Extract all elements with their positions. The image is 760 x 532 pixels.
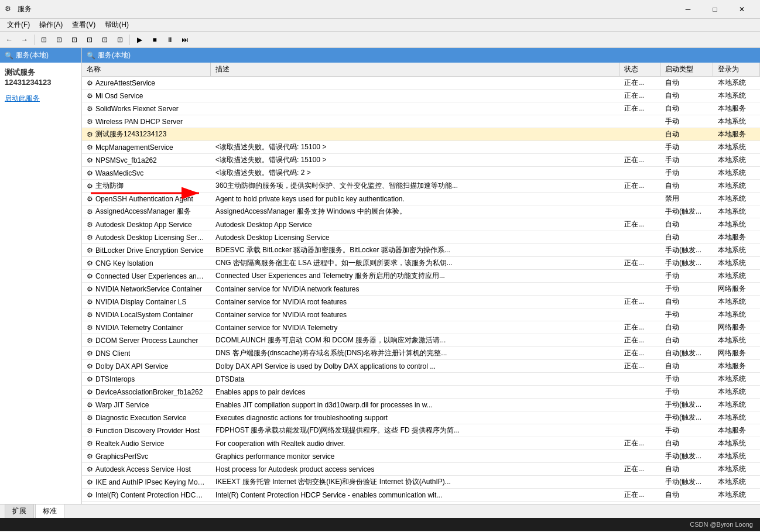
table-row[interactable]: ⚙Warp JIT ServiceEnables JIT compilation… [82,399,760,411]
cell-status: 正在... [619,257,660,269]
cell-name: ⚙Intel(R) Content Protection HDCP Se... [82,489,211,501]
cell-startup: 自动(触发... [660,347,713,359]
cell-login: 本地系统 [713,463,760,475]
table-row[interactable]: ⚙McpManagementService<读取描述失败。错误代码: 15100… [82,141,760,154]
help-button[interactable]: ⊡ [83,33,97,46]
table-row[interactable]: ⚙DTSInteropsDTSData手动本地系统 [82,373,760,386]
cell-name: ⚙Realtek Audio Service [82,437,211,449]
table-row[interactable]: ⚙DeviceAssociationBroker_fb1a262Enables … [82,386,760,399]
table-row[interactable]: ⚙NVIDIA Telemetry ContainerContainer ser… [82,321,760,334]
cell-login: 本地系统 [713,180,760,192]
cell-login: 本地系统 [713,502,760,504]
table-row[interactable]: ⚙Autodesk Access Service HostHost proces… [82,463,760,476]
cell-desc: AssignedAccessManager 服务支持 Windows 中的展台体… [211,205,619,218]
table-row[interactable]: ⚙Wireless PAN DHCP Server手动本地系统 [82,115,760,128]
cell-startup: 手动 [660,270,713,282]
cell-status: 正在... [619,489,660,501]
cell-status [619,244,660,256]
cell-name: ⚙测试服务12431234123 [82,128,211,140]
cell-name: ⚙Dolby DAX API Service [82,360,211,372]
table-row[interactable]: ⚙Mi Osd Service正在...自动本地系统 [82,90,760,102]
menu-view[interactable]: 查看(V) [67,19,100,31]
table-header: 名称 描述 状态 启动类型 登录为 [82,63,760,77]
maximize-button[interactable]: □ [701,0,728,19]
col-name[interactable]: 名称 [82,63,211,76]
table-row[interactable]: ⚙Dolby DAX API ServiceDolby DAX API Serv… [82,360,760,373]
cell-startup: 手动 [660,115,713,128]
cell-startup: 手动 [660,373,713,385]
tab-standard[interactable]: 标准 [35,504,64,518]
up-button[interactable]: ⊡ [37,33,51,46]
table-row[interactable]: ⚙Intel(R) Content Protection HDCP Se...I… [82,489,760,502]
table-row[interactable]: ⚙SolidWorks Flexnet Server正在...自动本地服务 [82,102,760,115]
cell-name: ⚙Autodesk Desktop Licensing Service [82,231,211,243]
table-row[interactable]: ⚙Diagnostic Execution ServiceExecutes di… [82,411,760,424]
cell-status [619,231,660,243]
export-button[interactable]: ⊡ [98,33,112,46]
cell-login: 本地系统 [713,270,760,282]
pause-button[interactable]: ⏸ [163,33,177,46]
table-row[interactable]: ⚙Connected User Experiences and T...Conn… [82,270,760,283]
restart-button[interactable]: ⏭ [178,33,192,46]
menu-file[interactable]: 文件(F) [2,19,35,31]
table-row[interactable]: ⚙DCOM Server Process LauncherDCOMLAUNCH … [82,334,760,347]
table-row[interactable]: ⚙Function Discovery Provider HostFDPHOST… [82,424,760,437]
table-row[interactable]: ⚙WaasMedicSvc<读取描述失败。错误代码: 2 >手动本地系统 [82,167,760,180]
cell-status [619,283,660,295]
col-startup[interactable]: 启动类型 [660,63,713,76]
table-row[interactable]: ⚙Realtek Audio ServiceFor cooperation wi… [82,437,760,450]
table-row[interactable]: ⚙Autodesk Desktop App ServiceAutodesk De… [82,218,760,231]
service-name: DTSInterops [95,375,135,383]
cell-status: 正在... [619,463,660,475]
left-panel-start-link[interactable]: 启动此服务 [5,94,77,104]
table-row[interactable]: ⚙NVIDIA LocalSystem ContainerContainer s… [82,308,760,321]
forward-button[interactable]: → [18,33,32,46]
show-hide-button[interactable]: ⊡ [52,33,66,46]
properties-button[interactable]: ⊡ [67,33,81,46]
table-row[interactable]: ⚙AzureAttestService正在...自动本地系统 [82,77,760,90]
cell-startup: 手动(触发... [660,411,713,424]
cell-startup: 自动 [660,489,713,501]
close-button[interactable]: ✕ [728,0,755,19]
table-row[interactable]: ⚙主动防御360主动防御的服务项，提供实时保护、文件变化监控、智能扫描加速等功能… [82,180,760,193]
cell-login: 本地服务 [713,360,760,372]
back-button[interactable]: ← [2,33,16,46]
service-name: Autodesk Desktop Licensing Service [95,234,206,242]
cell-desc: CNG 密钥隔离服务宿主在 LSA 进程中。如一般原则所要求，该服务为私钥... [211,257,619,269]
table-row[interactable]: ⚙NVIDIA Display Container LSContainer se… [82,296,760,308]
table-row[interactable]: ⚙OpenSSH Authentication AgentAgent to ho… [82,193,760,205]
cell-name: ⚙DeviceAssociationBroker_fb1a262 [82,386,211,398]
menu-help[interactable]: 帮助(H) [100,19,133,31]
table-row[interactable]: ⚙Intel(R) Content Protection HECI Ser...… [82,502,760,504]
start-button[interactable]: ▶ [132,33,146,46]
right-panel: 🔍 服务(本地) 名称 描述 状态 启动类型 登录为 ⚙AzureAttestS… [82,48,760,504]
table-row[interactable]: ⚙AssignedAccessManager 服务AssignedAccessM… [82,205,760,218]
table-row[interactable]: ⚙IKE and AuthIP IPsec Keying Modul...IKE… [82,476,760,489]
service-name: 主动防御 [95,181,124,191]
table-row[interactable]: ⚙Autodesk Desktop Licensing ServiceAutod… [82,231,760,244]
cell-status: 正在... [619,347,660,359]
menu-action[interactable]: 操作(A) [35,19,67,31]
minimize-button[interactable]: ─ [675,0,701,19]
table-row[interactable]: ⚙CNG Key IsolationCNG 密钥隔离服务宿主在 LSA 进程中。… [82,257,760,270]
gear-icon: ⚙ [87,362,93,370]
col-status[interactable]: 状态 [619,63,660,76]
table-row[interactable]: ⚙NVIDIA NetworkService ContainerContaine… [82,283,760,296]
tab-expand[interactable]: 扩展 [5,504,34,518]
table-row[interactable]: ⚙DNS ClientDNS 客户端服务(dnscache)将存域名系统(DNS… [82,347,760,360]
cell-startup: 自动 [660,128,713,140]
table-row[interactable]: ⚙BitLocker Drive Encryption ServiceBDESV… [82,244,760,257]
view-button[interactable]: ⊡ [113,33,127,46]
cell-login: 本地系统 [713,334,760,346]
stop-button[interactable]: ■ [148,33,162,46]
col-login[interactable]: 登录为 [713,63,760,76]
cell-startup: 手动 [660,141,713,153]
table-row[interactable]: ⚙测试服务12431234123自动本地服务 [82,128,760,141]
cell-startup: 手动(触发... [660,244,713,256]
table-row[interactable]: ⚙GraphicsPerfSvcGraphics performance mon… [82,450,760,463]
table-row[interactable]: ⚙NPSMSvc_fb1a262<读取描述失败。错误代码: 15100 >正在.… [82,154,760,167]
cell-login: 本地系统 [713,257,760,269]
col-desc[interactable]: 描述 [211,63,619,76]
cell-desc: Agent to hold private keys used for publ… [211,193,619,205]
cell-status [619,450,660,462]
